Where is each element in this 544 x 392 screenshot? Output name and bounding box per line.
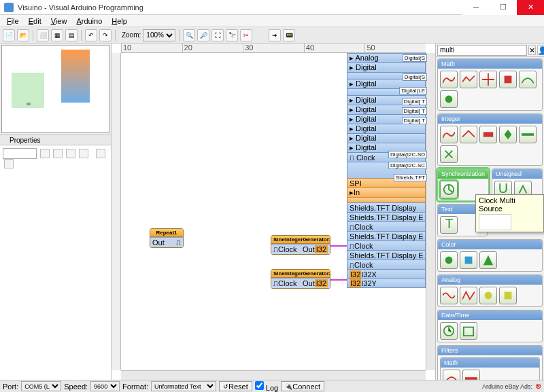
pal-item[interactable] xyxy=(479,126,497,143)
statusbar: Port: COM5 (L Speed: 9600 Format: Unform… xyxy=(0,380,544,392)
prop-icon-1[interactable] xyxy=(40,149,50,158)
pal-item[interactable] xyxy=(440,126,458,143)
pal-item[interactable] xyxy=(519,126,537,143)
layout1-button[interactable]: ▦ xyxy=(51,29,63,41)
pal-item[interactable] xyxy=(460,126,477,143)
close-button[interactable]: ✕ xyxy=(517,0,544,15)
pal-item[interactable] xyxy=(479,71,497,88)
menu-arduino[interactable]: Arduino xyxy=(72,16,106,26)
node-sinegen1-title: SineIntegerGenerator1 xyxy=(271,236,330,244)
connect-button[interactable]: 🔌 Connect xyxy=(281,381,324,391)
palette-group-filters: Filters Math xyxy=(437,345,543,380)
zoom-label: Zoom: xyxy=(122,31,141,39)
format-select[interactable]: Unformatted Text xyxy=(151,381,216,391)
menu-edit[interactable]: Edit xyxy=(24,16,46,26)
search-filter-icon[interactable]: 👤 xyxy=(537,46,544,55)
canvas-wrap: 1020304050 Repeat1 Out⎍ SineIntegerGener… xyxy=(112,43,435,380)
reset-button[interactable]: ↺ Reset xyxy=(219,381,252,391)
property-search-input[interactable] xyxy=(3,148,37,159)
palette-search-row: ✕ 👤 ▾ ▦ xyxy=(436,43,544,57)
node-sinegen1[interactable]: SineIntegerGenerator1 ⎍ClockOutI32 xyxy=(271,235,330,255)
prop-icon-2[interactable] xyxy=(53,149,63,158)
port-select[interactable]: COM5 (L xyxy=(21,381,61,391)
pal-item[interactable] xyxy=(499,287,517,304)
cut-button[interactable]: ✂ xyxy=(240,29,252,41)
palette-group-color: Color xyxy=(437,239,543,272)
svg-rect-7 xyxy=(465,257,473,264)
svg-rect-2 xyxy=(483,132,493,137)
zoom-select[interactable]: 100% xyxy=(143,29,175,41)
pal-item-clock-multi-source[interactable] xyxy=(440,181,458,198)
zoom-out-button[interactable]: 🔎 xyxy=(197,29,209,41)
pal-item[interactable] xyxy=(460,71,477,88)
main-area: Properties 1020304050 Repeat1 Out⎍ xyxy=(0,43,544,380)
upload-button[interactable]: ➜ xyxy=(269,29,281,41)
pal-item[interactable] xyxy=(440,71,458,88)
prop-icon-3[interactable] xyxy=(66,149,75,158)
svg-rect-9 xyxy=(505,292,512,300)
pal-item[interactable] xyxy=(519,71,537,88)
left-panel: Properties xyxy=(0,43,112,380)
new-button[interactable]: 📄 xyxy=(3,29,15,41)
app-icon xyxy=(4,3,14,12)
menu-file[interactable]: File xyxy=(3,16,23,26)
pin-label: Digital[ T xyxy=(402,98,427,105)
pal-item[interactable] xyxy=(440,287,458,304)
log-checkbox[interactable]: Log xyxy=(255,380,278,392)
prop-pin-icon[interactable] xyxy=(96,149,105,158)
pal-item[interactable] xyxy=(499,71,517,88)
menu-view[interactable]: View xyxy=(47,16,71,26)
redo-button[interactable]: ↷ xyxy=(99,29,112,41)
node-sinegen2[interactable]: SineIntegerGenerator2 ⎍ClockOutI32 xyxy=(271,269,330,289)
palette-search-input[interactable] xyxy=(437,45,527,56)
zoom-in-button[interactable]: 🔍 xyxy=(183,29,195,41)
pal-item[interactable] xyxy=(499,126,517,143)
scrollbar-vertical[interactable] xyxy=(426,53,435,370)
scrollbar-horizontal[interactable] xyxy=(121,370,426,380)
zoom-fit-button[interactable]: ⛶ xyxy=(211,29,224,41)
ruler-vertical xyxy=(112,53,121,370)
speed-select[interactable]: 9600 xyxy=(90,381,120,391)
pal-item[interactable] xyxy=(440,90,458,108)
titlebar: Visuino - Visual Arduino Programming ─ ☐… xyxy=(0,0,544,15)
pal-item[interactable] xyxy=(440,322,458,340)
menu-help[interactable]: Help xyxy=(107,16,131,26)
palette-group-datetime: Date/Time xyxy=(437,310,543,342)
maximize-button[interactable]: ☐ xyxy=(490,0,517,15)
pal-item[interactable] xyxy=(440,145,458,163)
minimize-button[interactable]: ─ xyxy=(462,0,490,15)
prop-reset-icon[interactable] xyxy=(4,159,14,168)
pin-label: Digital(I2C-SD xyxy=(388,151,427,158)
pal-item[interactable] xyxy=(460,322,477,340)
pal-item[interactable] xyxy=(460,287,477,304)
pal-item[interactable] xyxy=(462,370,480,380)
pal-item[interactable]: T xyxy=(440,216,458,234)
svg-point-1 xyxy=(445,96,453,103)
svg-rect-0 xyxy=(505,76,512,84)
prop-icon-4[interactable] xyxy=(79,149,88,158)
layout2-button[interactable]: ▤ xyxy=(65,29,78,41)
ruler-horizontal: 1020304050 xyxy=(121,43,426,53)
open-button[interactable]: 📂 xyxy=(17,29,29,41)
pal-item[interactable] xyxy=(443,370,460,380)
pal-item[interactable] xyxy=(479,251,497,269)
pal-item[interactable] xyxy=(440,251,458,269)
ads-close-icon[interactable]: ⊗ xyxy=(535,382,541,391)
serial-button[interactable]: 📟 xyxy=(283,29,295,41)
svg-point-6 xyxy=(445,257,453,264)
pal-item[interactable] xyxy=(460,251,477,269)
toolbar: 📄 📂 ⬜ ▦ ▤ ↶ ↷ Zoom: 100% 🔍 🔎 ⛶ 🔭 ✂ ➜ 📟 xyxy=(0,27,544,43)
palette-group-analog: Analog xyxy=(437,274,543,307)
node-repeat1[interactable]: Repeat1 Out⎍ xyxy=(150,228,184,248)
format-label: Format: xyxy=(122,382,148,391)
find-button[interactable]: 🔭 xyxy=(226,29,238,41)
svg-text:T: T xyxy=(445,219,454,231)
maximize-canvas-button[interactable]: ⬜ xyxy=(37,29,49,41)
palette-group-integer: Integer xyxy=(437,113,543,166)
undo-button[interactable]: ↶ xyxy=(85,29,97,41)
minimap[interactable] xyxy=(1,45,109,133)
search-clear-icon[interactable]: ✕ xyxy=(528,46,536,55)
pin-label: Digital(S xyxy=(403,73,427,81)
pal-item[interactable] xyxy=(479,287,497,304)
canvas[interactable]: Repeat1 Out⎍ SineIntegerGenerator1 ⎍Cloc… xyxy=(121,53,426,370)
